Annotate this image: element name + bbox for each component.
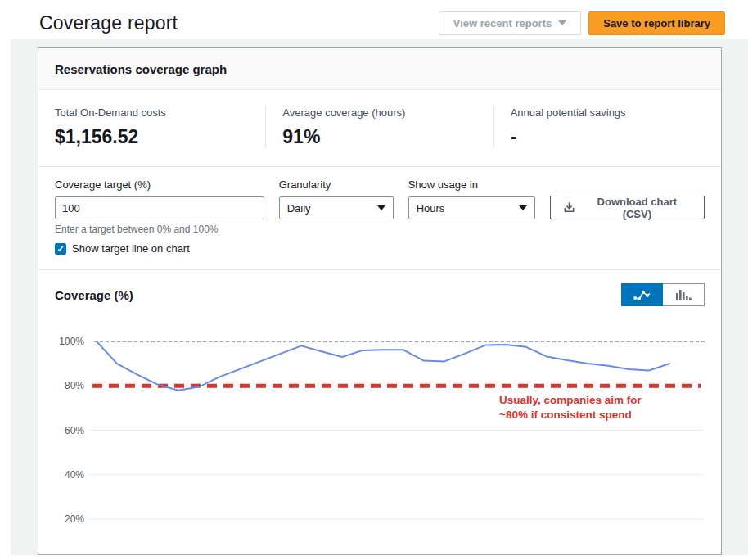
bar-chart-toggle-button[interactable] — [663, 283, 705, 306]
card-title: Reservations coverage graph — [55, 62, 705, 76]
save-to-report-library-button[interactable]: Save to report library — [588, 11, 725, 35]
stat-value: $1,156.52 — [55, 126, 249, 148]
download-label: Download chart (CSV) — [583, 196, 692, 220]
svg-text:60%: 60% — [65, 425, 84, 436]
view-recent-reports-button[interactable]: View recent reports — [439, 11, 581, 35]
chart-title: Coverage (%) — [55, 288, 133, 302]
bar-chart-icon — [675, 289, 692, 301]
page-title: Coverage report — [39, 12, 178, 34]
chevron-down-icon — [377, 205, 385, 210]
stat-label: Annual potential savings — [511, 106, 705, 119]
coverage-target-label: Coverage target (%) — [55, 178, 264, 191]
stat-value: 91% — [282, 126, 476, 148]
coverage-target-input[interactable] — [55, 196, 264, 219]
coverage-report-card: Reservations coverage graph Total On-Dem… — [38, 47, 722, 555]
download-icon — [563, 201, 575, 214]
stat-label: Total On-Demand costs — [55, 106, 249, 119]
show-usage-group: Show usage in Hours — [408, 178, 535, 255]
coverage-target-help: Enter a target between 0% and 100% — [55, 224, 264, 235]
show-usage-value: Hours — [417, 202, 445, 215]
stat-total-on-demand-costs: Total On-Demand costs $1,156.52 — [38, 106, 265, 148]
granularity-select[interactable]: Daily — [279, 196, 394, 219]
stat-label: Average coverage (hours) — [282, 106, 476, 119]
show-target-line-label: Show target line on chart — [72, 242, 190, 255]
controls-row: Coverage target (%) Enter a target betwe… — [38, 167, 721, 270]
show-usage-label: Show usage in — [408, 178, 535, 191]
granularity-group: Granularity Daily — [279, 178, 394, 255]
view-recent-reports-label: View recent reports — [453, 17, 552, 29]
save-to-report-library-label: Save to report library — [603, 17, 710, 29]
show-target-line-checkbox[interactable]: ✓ — [55, 243, 66, 255]
coverage-target-group: Coverage target (%) Enter a target betwe… — [55, 178, 264, 255]
svg-text:40%: 40% — [65, 469, 84, 481]
download-chart-csv-button[interactable]: Download chart (CSV) — [550, 196, 705, 219]
svg-text:20%: 20% — [65, 513, 84, 525]
svg-text:80%: 80% — [65, 380, 84, 391]
svg-text:Usually, companies aim for: Usually, companies aim for — [499, 394, 642, 406]
stat-average-coverage: Average coverage (hours) 91% — [265, 106, 493, 148]
line-chart-icon — [633, 289, 652, 301]
download-wrap: Download chart (CSV) — [550, 178, 705, 255]
header-actions: View recent reports Save to report libra… — [439, 11, 725, 35]
svg-text:~80% if consistent spend: ~80% if consistent spend — [499, 409, 632, 421]
chevron-down-icon — [558, 20, 566, 25]
granularity-value: Daily — [287, 202, 311, 215]
show-target-line-row: ✓ Show target line on chart — [55, 242, 264, 255]
page: Reservations coverage graph Total On-Dem… — [0, 0, 748, 560]
card-header: Reservations coverage graph — [38, 48, 721, 90]
show-usage-select[interactable]: Hours — [408, 196, 535, 219]
line-chart-toggle-button[interactable] — [621, 283, 663, 306]
chart-section: Coverage (%) — [38, 270, 721, 544]
coverage-line-chart: 100%80%60%40%20%Usually, companies aim f… — [55, 325, 706, 544]
chart-head: Coverage (%) — [55, 283, 705, 306]
granularity-label: Granularity — [279, 178, 394, 191]
chart-type-toggle — [621, 283, 705, 306]
stat-value: - — [511, 126, 705, 148]
stat-annual-potential-savings: Annual potential savings - — [493, 106, 721, 148]
svg-text:100%: 100% — [59, 336, 84, 347]
chevron-down-icon — [519, 205, 527, 210]
content-background: Reservations coverage graph Total On-Dem… — [11, 39, 748, 555]
page-header: Coverage report View recent reports Save… — [11, 0, 748, 39]
stats-row: Total On-Demand costs $1,156.52 Average … — [38, 90, 721, 167]
